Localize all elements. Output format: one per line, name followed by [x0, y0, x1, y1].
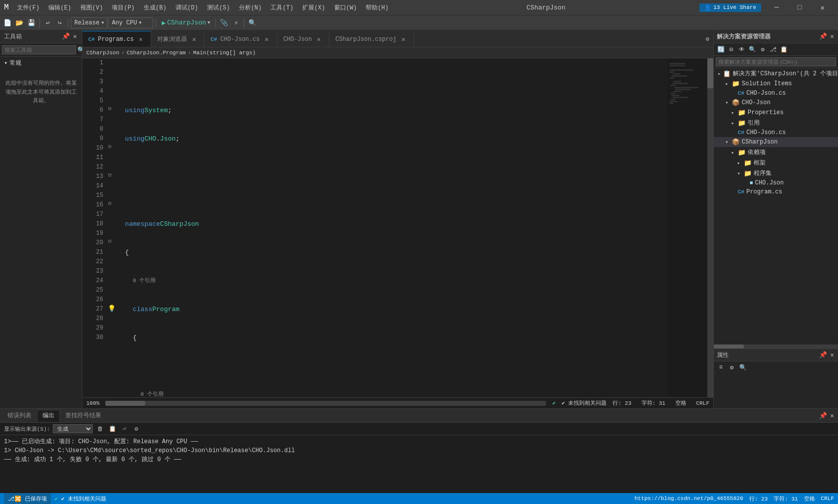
breadcrumb-project[interactable]: CSharpJson — [86, 50, 119, 56]
undo-btn[interactable]: ↩ — [42, 17, 53, 28]
output-copy-btn[interactable]: 📋 — [108, 424, 117, 433]
tab-program-cs[interactable]: C# Program.cs ✕ — [82, 31, 151, 47]
bottom-pin-icon[interactable]: 📌 — [818, 411, 828, 421]
menu-analyze[interactable]: 分析(N) — [235, 2, 266, 13]
output-settings-btn[interactable]: ⚙ — [132, 424, 141, 433]
tab-csharpjson-csproj[interactable]: CSharpJson.csproj ✕ — [329, 31, 414, 47]
menu-test[interactable]: 测试(S) — [203, 2, 234, 13]
close-button[interactable]: ✕ — [811, 0, 834, 15]
tab-close-4[interactable]: ✕ — [400, 35, 408, 43]
sol-sync-btn[interactable]: 🔄 — [716, 44, 726, 54]
output-wrap-btn[interactable]: ⏎ — [120, 424, 129, 433]
cho-json-refs[interactable]: ▸ 📁 引用 — [714, 118, 838, 128]
collapse-else[interactable]: ⊟ — [108, 238, 111, 244]
platform-dropdown[interactable]: Any CPU ▼ — [108, 17, 153, 28]
cho-asm-label: CHO.Json — [755, 179, 784, 186]
sol-git-btn[interactable]: ⎇ — [768, 44, 778, 54]
breadcrumb-file[interactable]: CSharpJson.Program — [127, 50, 186, 56]
git-branch-status[interactable]: ⎇ 🔀 已保存项 — [4, 493, 51, 504]
attach-btn[interactable]: 📎 — [218, 17, 229, 28]
solution-scrollbar[interactable] — [714, 344, 838, 348]
minimize-button[interactable]: ─ — [765, 0, 788, 15]
cho-json-project[interactable]: ▾ 📦 CHO-Json — [714, 98, 838, 108]
editor-tabs: C# Program.cs ✕ 对象浏览器 ✕ C# CHO-Json.cs ✕… — [82, 30, 713, 47]
program-cs-file[interactable]: C# Program.cs — [714, 187, 838, 196]
new-project-btn[interactable]: 📄 — [2, 17, 13, 28]
csharpjson-deps[interactable]: ▸ 📁 依赖项 — [714, 147, 838, 158]
toolbox-close-icon[interactable]: ✕ — [72, 32, 78, 41]
properties-header-icons: 📌 ✕ — [818, 350, 835, 359]
tab-error-list[interactable]: 错误列表 — [2, 410, 37, 422]
redo-btn[interactable]: ↪ — [54, 17, 65, 28]
maximize-button[interactable]: □ — [788, 0, 811, 15]
props-categorized-btn[interactable]: ≡ — [716, 362, 726, 372]
csharpjson-frameworks[interactable]: ▸ 📁 框架 — [714, 158, 838, 168]
toolbox-search-input[interactable] — [2, 45, 76, 54]
csharpjson-assemblies[interactable]: ▾ 📁 程序集 — [714, 168, 838, 178]
cho-json-properties[interactable]: ▸ 📁 Properties — [714, 108, 838, 118]
tab-close-1[interactable]: ✕ — [190, 35, 198, 43]
menu-edit[interactable]: 编辑(E) — [44, 2, 75, 13]
menu-view[interactable]: 视图(V) — [76, 2, 107, 13]
tab-object-browser[interactable]: 对象浏览器 ✕ — [151, 31, 205, 47]
solution-search-input[interactable] — [716, 57, 836, 66]
menu-help[interactable]: 帮助(H) — [362, 2, 393, 13]
menu-project[interactable]: 项目(P) — [108, 2, 139, 13]
toolbox-section-general[interactable]: ▾ 常规 — [0, 57, 82, 69]
live-share-button[interactable]: 👤 13 Live Share — [699, 3, 761, 12]
save-btn[interactable]: 💾 — [26, 17, 37, 28]
collapse-namespace[interactable]: ⊟ — [108, 106, 111, 112]
menu-window[interactable]: 窗口(W) — [330, 2, 361, 13]
sol-props-btn[interactable]: ⚙ — [758, 44, 768, 54]
tab-close-0[interactable]: ✕ — [137, 35, 145, 43]
solution-cho-json-cs[interactable]: C# CHO-Json.cs — [714, 89, 838, 98]
output-clear-btn[interactable]: 🗑 — [96, 424, 105, 433]
menu-build[interactable]: 生成(B) — [140, 2, 171, 13]
tab-close-3[interactable]: ✕ — [315, 35, 323, 43]
breadcrumb-method[interactable]: Main(string[] args) — [193, 50, 255, 56]
lightbulb-icon[interactable]: 💡 — [108, 305, 116, 313]
solution-root[interactable]: ▸ 📋 解决方案'CSharpJson'(共 2 个项目... — [714, 68, 838, 79]
code-area[interactable]: using System; using CHO.Json; namespace … — [115, 58, 667, 397]
sol-collapse-btn[interactable]: ⊟ — [726, 44, 736, 54]
tab-output[interactable]: 编出 — [37, 410, 60, 422]
tab-cho-json[interactable]: CHO-Json ✕ — [277, 31, 330, 47]
props-search-btn[interactable]: 🔍 — [738, 362, 748, 372]
collapse-method[interactable]: ⊟ — [108, 172, 111, 178]
sol-show-all-btn[interactable]: 👁 — [737, 44, 747, 54]
menu-file[interactable]: 文件(F) — [13, 2, 44, 13]
csharpjson-project[interactable]: ▾ 📦 CSharpJson — [714, 137, 838, 147]
configuration-dropdown[interactable]: Release ▼ — [71, 17, 107, 28]
tab-cho-json-cs[interactable]: C# CHO-Json.cs ✕ — [205, 31, 277, 47]
search-btn[interactable]: 🔍 — [247, 17, 258, 28]
editor-scrollbar[interactable] — [707, 58, 713, 397]
solution-close-icon[interactable]: ✕ — [829, 32, 835, 41]
props-close-icon[interactable]: ✕ — [829, 350, 835, 359]
tab-find-symbol[interactable]: 查找符号结果 — [60, 410, 107, 422]
tab-settings-button[interactable]: ⚙ — [702, 31, 713, 47]
open-btn[interactable]: 📂 — [14, 17, 25, 28]
sol-filter-btn[interactable]: 🔍 — [747, 44, 757, 54]
menu-bar: 文件(F) 编辑(E) 视图(V) 项目(P) 生成(B) 调试(D) 测试(S… — [13, 2, 393, 13]
sol-preview-btn[interactable]: 📋 — [779, 44, 789, 54]
toolbox-pin-icon[interactable]: 📌 — [61, 32, 71, 41]
props-alphabetical-btn[interactable]: ⚙ — [727, 362, 737, 372]
props-pin-icon[interactable]: 📌 — [818, 350, 828, 359]
perf-btn[interactable]: ⚡ — [230, 17, 241, 28]
cho-json-assembly[interactable]: ■ CHO.Json — [714, 178, 838, 187]
solution-items-folder[interactable]: ▸ 📁 Solution Items — [714, 79, 838, 89]
bottom-close-icon[interactable]: ✕ — [829, 411, 835, 421]
cho-json-cs-file[interactable]: C# CHO-Json.cs — [714, 128, 838, 137]
menu-extensions[interactable]: 扩展(X) — [298, 2, 329, 13]
collapse-class[interactable]: ⊟ — [108, 144, 111, 150]
run-button[interactable]: ▶ CSharpJson ▼ — [159, 18, 213, 28]
tab-close-2[interactable]: ✕ — [263, 35, 271, 43]
collapse-foreach[interactable]: ⊟ — [108, 200, 111, 206]
menu-debug[interactable]: 调试(D) — [172, 2, 203, 13]
solution-search-container — [714, 56, 838, 68]
platform-label: Any CPU — [112, 19, 137, 26]
horizontal-scrollbar-area[interactable] — [105, 401, 546, 406]
solution-pin-icon[interactable]: 📌 — [818, 32, 828, 41]
menu-tools[interactable]: 工具(T) — [266, 2, 297, 13]
output-source-select[interactable]: 生成 — [53, 424, 93, 433]
